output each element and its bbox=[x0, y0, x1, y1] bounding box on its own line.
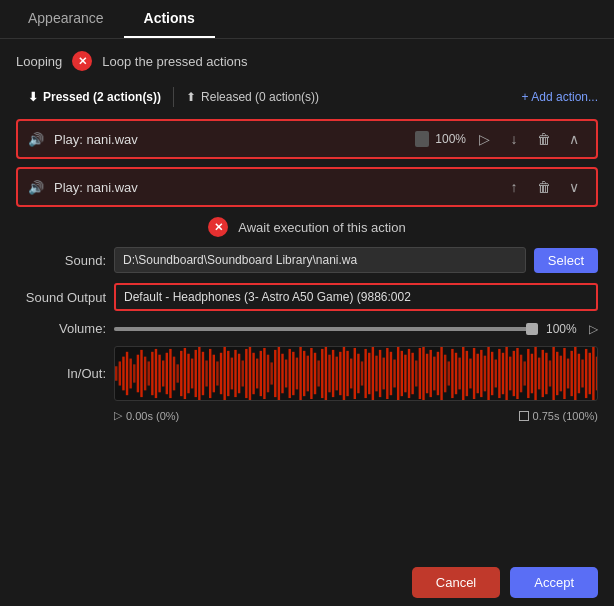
svg-rect-24 bbox=[202, 352, 204, 395]
svg-rect-106 bbox=[498, 349, 500, 398]
svg-rect-50 bbox=[296, 358, 298, 390]
volume-row: Volume: 100% ▷ bbox=[16, 321, 598, 336]
svg-rect-119 bbox=[545, 353, 547, 394]
svg-rect-81 bbox=[408, 349, 410, 398]
await-label: Await execution of this action bbox=[238, 220, 405, 235]
accept-button[interactable]: Accept bbox=[510, 567, 598, 598]
chevron-up-btn-1[interactable]: ∧ bbox=[562, 127, 586, 151]
volume-value: 100% bbox=[546, 322, 581, 336]
svg-rect-39 bbox=[256, 359, 258, 389]
sound-output-value[interactable]: Default - Headphones (3- Astro A50 Game)… bbox=[114, 283, 598, 311]
svg-rect-67 bbox=[357, 354, 359, 394]
play-btn-1[interactable]: ▷ bbox=[472, 127, 496, 151]
svg-rect-1 bbox=[119, 361, 121, 385]
svg-rect-2 bbox=[122, 357, 124, 391]
volume-play-icon[interactable]: ▷ bbox=[589, 322, 598, 336]
svg-rect-43 bbox=[270, 362, 272, 384]
waveform[interactable] bbox=[114, 346, 598, 401]
sound-value[interactable]: D:\Soundboard\Soundboard Library\nani.wa bbox=[114, 247, 526, 273]
x-icon: ✕ bbox=[78, 55, 87, 68]
svg-rect-87 bbox=[430, 350, 432, 397]
svg-rect-88 bbox=[433, 357, 435, 391]
end-box-icon bbox=[519, 411, 529, 421]
svg-rect-13 bbox=[162, 360, 164, 386]
svg-rect-79 bbox=[401, 351, 403, 396]
svg-rect-65 bbox=[350, 359, 352, 389]
svg-rect-55 bbox=[314, 353, 316, 394]
svg-rect-16 bbox=[173, 357, 175, 391]
footer: Cancel Accept bbox=[0, 559, 614, 606]
loop-description: Loop the pressed actions bbox=[102, 54, 247, 69]
volume-fill bbox=[114, 327, 538, 331]
svg-rect-86 bbox=[426, 354, 428, 394]
action-item-2-label: Play: nani.wav bbox=[54, 180, 492, 195]
svg-rect-46 bbox=[281, 354, 283, 394]
looping-toggle[interactable]: ✕ bbox=[72, 51, 92, 71]
svg-rect-71 bbox=[372, 347, 374, 400]
tab-appearance[interactable]: Appearance bbox=[8, 0, 124, 38]
svg-rect-62 bbox=[339, 352, 341, 395]
add-action-button[interactable]: + Add action... bbox=[522, 90, 598, 104]
svg-rect-61 bbox=[336, 357, 338, 391]
svg-rect-10 bbox=[151, 352, 153, 395]
svg-rect-100 bbox=[477, 354, 479, 394]
await-row: ✕ Await execution of this action bbox=[16, 217, 598, 237]
svg-rect-45 bbox=[278, 347, 280, 400]
svg-rect-129 bbox=[581, 360, 583, 388]
looping-row: Looping ✕ Loop the pressed actions bbox=[16, 51, 598, 71]
svg-rect-15 bbox=[169, 349, 171, 398]
action-item-1-label: Play: nani.wav bbox=[54, 132, 405, 147]
svg-rect-42 bbox=[267, 355, 269, 393]
svg-rect-4 bbox=[129, 359, 131, 389]
svg-rect-12 bbox=[158, 355, 160, 393]
volume-slider[interactable] bbox=[114, 327, 538, 331]
svg-rect-22 bbox=[195, 350, 197, 397]
time-end-value: 0.75s (100%) bbox=[533, 410, 598, 422]
inout-row: In/Out: bbox=[16, 346, 598, 401]
add-action-label: + Add action... bbox=[522, 90, 598, 104]
svg-rect-37 bbox=[249, 347, 251, 400]
move-down-btn-1[interactable]: ↓ bbox=[502, 127, 526, 151]
tab-actions[interactable]: Actions bbox=[124, 0, 215, 38]
tab-bar: Appearance Actions bbox=[0, 0, 614, 39]
svg-rect-26 bbox=[209, 349, 211, 398]
volume-thumb[interactable] bbox=[526, 323, 538, 335]
await-toggle[interactable]: ✕ bbox=[208, 217, 228, 237]
svg-rect-128 bbox=[578, 354, 580, 394]
svg-rect-41 bbox=[263, 348, 265, 399]
svg-rect-44 bbox=[274, 350, 276, 397]
volume-pct-1: 100% bbox=[435, 132, 466, 146]
svg-rect-83 bbox=[415, 360, 417, 386]
action-item-1[interactable]: 🔊 Play: nani.wav 100% ▷ ↓ 🗑 ∧ bbox=[16, 119, 598, 159]
action-item-2[interactable]: 🔊 Play: nani.wav ↑ 🗑 ∨ bbox=[16, 167, 598, 207]
svg-rect-117 bbox=[538, 358, 540, 390]
svg-rect-64 bbox=[346, 351, 348, 396]
svg-rect-131 bbox=[589, 353, 591, 394]
time-start: ▷ 0.00s (0%) bbox=[114, 409, 179, 422]
svg-rect-104 bbox=[491, 352, 493, 395]
svg-rect-84 bbox=[419, 348, 421, 399]
trash-btn-1[interactable]: 🗑 bbox=[532, 127, 556, 151]
tab-released[interactable]: ⬆ Released (0 action(s)) bbox=[174, 85, 331, 109]
svg-rect-0 bbox=[115, 366, 117, 380]
svg-rect-6 bbox=[137, 355, 139, 393]
svg-rect-32 bbox=[231, 358, 233, 390]
svg-rect-82 bbox=[411, 353, 413, 394]
tab-pressed[interactable]: ⬇ Pressed (2 action(s)) bbox=[16, 85, 173, 109]
svg-rect-116 bbox=[534, 347, 536, 400]
svg-rect-54 bbox=[310, 348, 312, 399]
select-button[interactable]: Select bbox=[534, 248, 598, 273]
svg-rect-3 bbox=[126, 352, 128, 395]
svg-rect-130 bbox=[585, 349, 587, 398]
chevron-down-btn-2[interactable]: ∨ bbox=[562, 175, 586, 199]
svg-rect-114 bbox=[527, 349, 529, 398]
svg-rect-122 bbox=[556, 352, 558, 395]
svg-rect-94 bbox=[455, 353, 457, 394]
cancel-button[interactable]: Cancel bbox=[412, 567, 500, 598]
trash-btn-2[interactable]: 🗑 bbox=[532, 175, 556, 199]
svg-rect-29 bbox=[220, 353, 222, 394]
download-icon: ⬇ bbox=[28, 90, 38, 104]
move-up-btn-2[interactable]: ↑ bbox=[502, 175, 526, 199]
svg-rect-133 bbox=[596, 357, 597, 391]
svg-rect-75 bbox=[386, 348, 388, 399]
